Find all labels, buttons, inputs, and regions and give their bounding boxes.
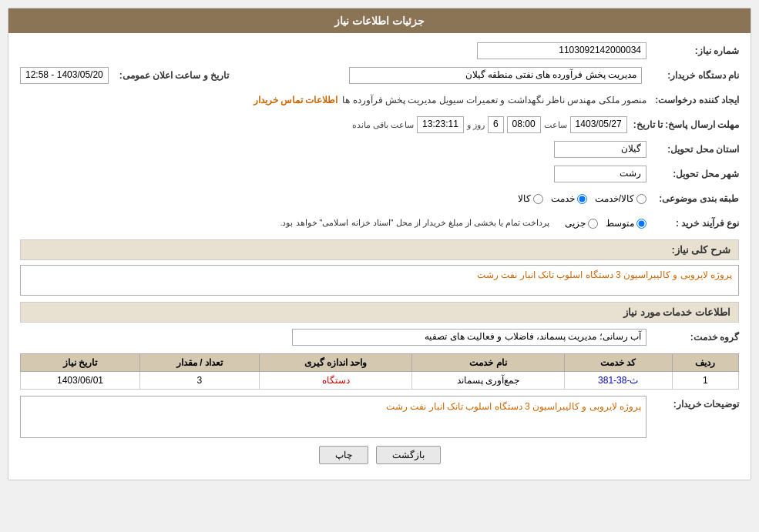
col-row-num: ردیف	[672, 354, 738, 372]
reply-time: 08:00	[507, 116, 541, 133]
cell-unit: دستگاه	[259, 372, 411, 390]
cell-quantity: 3	[140, 372, 260, 390]
reply-deadline-label: مهلت ارسال پاسخ: تا تاریخ:	[627, 119, 739, 130]
reply-remaining-label: ساعت باقی مانده	[352, 120, 414, 130]
cell-row-num: 1	[672, 372, 738, 390]
services-info-header: اطلاعات خدمات مورد نیاز	[20, 302, 739, 323]
cell-service-code: ث-38-381	[565, 372, 673, 390]
requester-label: ایجاد کننده درخواست:	[646, 95, 739, 105]
radio-jozei-label: جزیی	[565, 218, 586, 229]
col-date: تاریخ نیاز	[21, 354, 140, 372]
radio-khedmat-input[interactable]	[577, 194, 587, 204]
radio-kala-khedmat-input[interactable]	[636, 194, 646, 204]
contact-link[interactable]: اطلاعات تماس خریدار	[254, 95, 338, 105]
cell-date: 1403/06/01	[21, 372, 140, 390]
cell-service-name: جمع‌آوری پسماند	[412, 372, 565, 390]
col-quantity: تعداد / مقدار	[140, 354, 260, 372]
radio-jozei-input[interactable]	[588, 219, 598, 229]
print-button[interactable]: چاپ	[319, 446, 368, 464]
service-group-label: گروه خدمت:	[646, 332, 739, 343]
date-announce-value: 1403/05/20 - 12:58	[20, 67, 109, 84]
table-row: 1 ث-38-381 جمع‌آوری پسماند دستگاه 3 1403…	[21, 372, 739, 390]
reply-remaining: 13:23:11	[417, 116, 464, 133]
need-number-value: 1103092142000034	[477, 42, 646, 59]
reply-days-label: روز و	[467, 120, 485, 130]
need-desc-label: شرح کلی نیاز:	[671, 244, 730, 256]
city-value: رشت	[554, 166, 646, 182]
buyer-org-label: نام دستگاه خریدار:	[646, 70, 739, 81]
buyer-org-value: مدیریت پخش فرآورده های نفتی منطقه گیلان	[349, 67, 642, 84]
back-button[interactable]: بازگشت	[376, 446, 441, 464]
service-group-value: آب رسانی؛ مدیریت پسماند، فاضلاب و فعالیت…	[292, 329, 646, 346]
reply-date: 1403/05/27	[570, 116, 627, 133]
category-label: طبقه بندی موضوعی:	[646, 193, 739, 204]
radio-khedmat[interactable]: خدمت	[551, 193, 587, 204]
radio-kala-input[interactable]	[533, 194, 543, 204]
radio-jozei[interactable]: جزیی	[565, 218, 598, 229]
requester-value: منصور ملکی مهندس ناظر نگهداشت و تعمیرات …	[342, 95, 646, 105]
col-service-name: نام خدمت	[412, 354, 565, 372]
purchase-type-label: نوع فرآیند خرید :	[646, 218, 739, 229]
radio-khedmat-label: خدمت	[551, 193, 575, 204]
radio-mottavaset-label: متوسط	[606, 218, 634, 229]
buyer-desc-value: پروژه لایروبی و کالیبراسیون 3 دستگاه اسل…	[20, 396, 646, 438]
radio-kala-khedmat[interactable]: کالا/خدمت	[595, 193, 646, 204]
col-unit: واحد اندازه گیری	[259, 354, 411, 372]
city-label: شهر محل تحویل:	[646, 169, 739, 179]
buyer-desc-label: توضیحات خریدار:	[646, 396, 739, 410]
radio-kala-khedmat-label: کالا/خدمت	[595, 193, 634, 204]
reply-time-label: ساعت	[544, 120, 567, 130]
page-title: جزئیات اطلاعات نیاز	[8, 8, 751, 33]
province-label: استان محل تحویل:	[646, 144, 739, 155]
radio-kala-label: کالا	[518, 193, 531, 204]
need-desc-section-header: شرح کلی نیاز:	[20, 239, 739, 260]
radio-mottavaset-input[interactable]	[636, 219, 646, 229]
radio-mottavaset[interactable]: متوسط	[606, 218, 646, 229]
need-number-label: شماره نیاز:	[646, 45, 739, 56]
province-value: گیلان	[554, 141, 646, 158]
radio-kala[interactable]: کالا	[518, 193, 543, 204]
purchase-note: پرداخت تمام یا بخشی از مبلغ خریدار از مح…	[280, 218, 549, 228]
button-row: بازگشت چاپ	[20, 446, 739, 464]
col-service-code: کد خدمت	[565, 354, 673, 372]
services-table: ردیف کد خدمت نام خدمت واحد اندازه گیری ت…	[20, 353, 739, 390]
need-desc-value: پروژه لایروبی و کالیبراسیون 3 دستگاه اسل…	[20, 265, 739, 296]
reply-days: 6	[488, 116, 504, 133]
date-announce-label: تاریخ و ساعت اعلان عمومی:	[113, 70, 229, 81]
